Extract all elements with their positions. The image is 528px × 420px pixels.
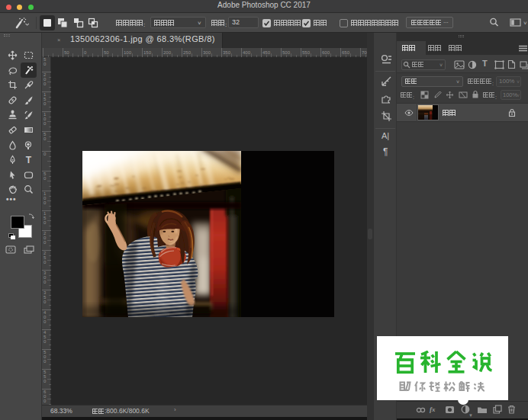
svg-text:T: T <box>26 155 32 165</box>
